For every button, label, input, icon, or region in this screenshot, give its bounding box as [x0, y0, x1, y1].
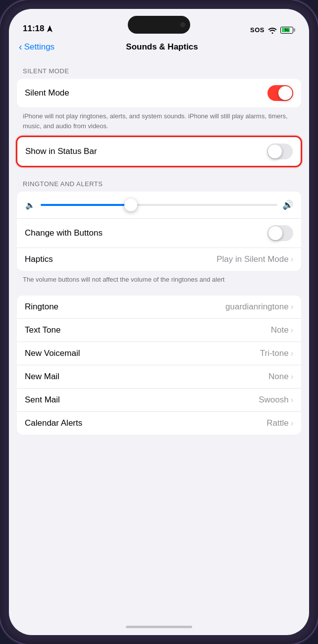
phone-frame: 11:18 SOS 51	[0, 0, 318, 644]
new-mail-chevron-icon: ›	[291, 372, 293, 381]
ringtone-chevron-icon: ›	[291, 302, 293, 311]
calendar-alerts-row[interactable]: Calendar Alerts Rattle ›	[17, 412, 301, 435]
home-indicator	[9, 618, 309, 635]
new-mail-label: New Mail	[25, 372, 59, 382]
sound-list-card: Ringtone guardianringtone › Text Tone No…	[17, 296, 301, 435]
ringtone-description: The volume buttons will not affect the v…	[9, 271, 309, 287]
volume-slider-track[interactable]	[41, 204, 277, 206]
new-voicemail-chevron-icon: ›	[291, 349, 293, 358]
battery-level: 51	[281, 28, 293, 32]
change-with-buttons-label: Change with Buttons	[25, 228, 103, 238]
sent-mail-row[interactable]: Sent Mail Swoosh ›	[17, 389, 301, 412]
sent-mail-label: Sent Mail	[25, 395, 60, 405]
back-chevron-icon: ‹	[19, 41, 22, 52]
toggle-knob-3	[268, 226, 282, 240]
haptics-setting: Play in Silent Mode	[216, 254, 289, 264]
sent-mail-chevron-icon: ›	[291, 396, 293, 404]
calendar-alerts-setting: Rattle	[266, 418, 288, 428]
change-with-buttons-toggle[interactable]	[267, 225, 293, 241]
silent-mode-section-label: SILENT MODE	[9, 58, 309, 79]
status-time: 11:18	[23, 24, 53, 34]
show-status-bar-label: Show in Status Bar	[25, 147, 97, 156]
silent-mode-row: Silent Mode	[17, 79, 301, 107]
silent-mode-card: Silent Mode	[17, 79, 301, 107]
calendar-alerts-chevron-icon: ›	[291, 419, 293, 428]
camera-dot	[180, 22, 185, 27]
calendar-alerts-value: Rattle ›	[266, 418, 293, 428]
volume-slider-fill	[41, 204, 131, 206]
volume-high-icon: 🔊	[282, 199, 293, 210]
show-status-bar-row: Show in Status Bar	[17, 137, 301, 166]
silent-mode-toggle[interactable]	[267, 85, 293, 101]
haptics-chevron-icon: ›	[291, 255, 293, 264]
text-tone-setting: Note	[271, 325, 289, 335]
location-icon	[47, 25, 53, 32]
new-voicemail-setting: Tri-tone	[260, 348, 289, 358]
new-mail-value: None ›	[268, 372, 293, 382]
page-title: Sounds & Haptics	[54, 42, 269, 52]
ringtone-value: guardianringtone ›	[225, 302, 293, 312]
ringtone-row[interactable]: Ringtone guardianringtone ›	[17, 296, 301, 319]
haptics-label: Haptics	[25, 254, 53, 264]
wifi-icon	[268, 27, 277, 34]
haptics-row[interactable]: Haptics Play in Silent Mode ›	[17, 248, 301, 271]
back-button[interactable]: ‹ Settings	[19, 42, 54, 52]
show-status-bar-toggle[interactable]	[267, 144, 293, 159]
toggle-knob	[278, 86, 292, 100]
new-voicemail-label: New Voicemail	[25, 348, 80, 358]
nav-header: ‹ Settings Sounds & Haptics	[9, 38, 309, 58]
text-tone-label: Text Tone	[25, 325, 60, 335]
change-with-buttons-row: Change with Buttons	[17, 219, 301, 248]
phone-screen: 11:18 SOS 51	[9, 9, 309, 635]
haptics-value: Play in Silent Mode ›	[216, 254, 293, 264]
ringtone-alerts-card: 🔈 🔊 Change with Buttons Haptics	[17, 192, 301, 271]
text-tone-chevron-icon: ›	[291, 326, 293, 335]
silent-mode-description: iPhone will not play ringtones, alerts, …	[9, 107, 309, 133]
ringtone-alerts-section-label: RINGTONE AND ALERTS	[9, 171, 309, 192]
time-display: 11:18	[23, 24, 44, 34]
dynamic-island	[128, 16, 190, 34]
new-mail-row[interactable]: New Mail None ›	[17, 365, 301, 389]
text-tone-value: Note ›	[271, 325, 293, 335]
ringtone-label: Ringtone	[25, 302, 58, 312]
volume-row: 🔈 🔊	[17, 192, 301, 219]
show-status-bar-card: Show in Status Bar	[16, 136, 302, 167]
volume-low-icon: 🔈	[25, 200, 36, 210]
calendar-alerts-label: Calendar Alerts	[25, 418, 82, 428]
status-right: SOS 51	[250, 26, 295, 34]
new-voicemail-value: Tri-tone ›	[260, 348, 293, 358]
sent-mail-setting: Swoosh	[259, 395, 288, 405]
new-voicemail-row[interactable]: New Voicemail Tri-tone ›	[17, 342, 301, 365]
toggle-knob-2	[268, 145, 282, 158]
silent-mode-label: Silent Mode	[25, 88, 69, 98]
back-label: Settings	[24, 42, 54, 52]
sent-mail-value: Swoosh ›	[259, 395, 293, 405]
volume-slider-thumb[interactable]	[124, 198, 137, 211]
sos-indicator: SOS	[250, 26, 265, 34]
new-mail-setting: None	[268, 372, 289, 382]
ringtone-setting: guardianringtone	[225, 302, 289, 312]
scroll-content: SILENT MODE Silent Mode iPhone will not …	[9, 58, 309, 618]
home-bar	[126, 626, 192, 628]
battery-indicator: 51	[280, 27, 295, 34]
text-tone-row[interactable]: Text Tone Note ›	[17, 319, 301, 342]
